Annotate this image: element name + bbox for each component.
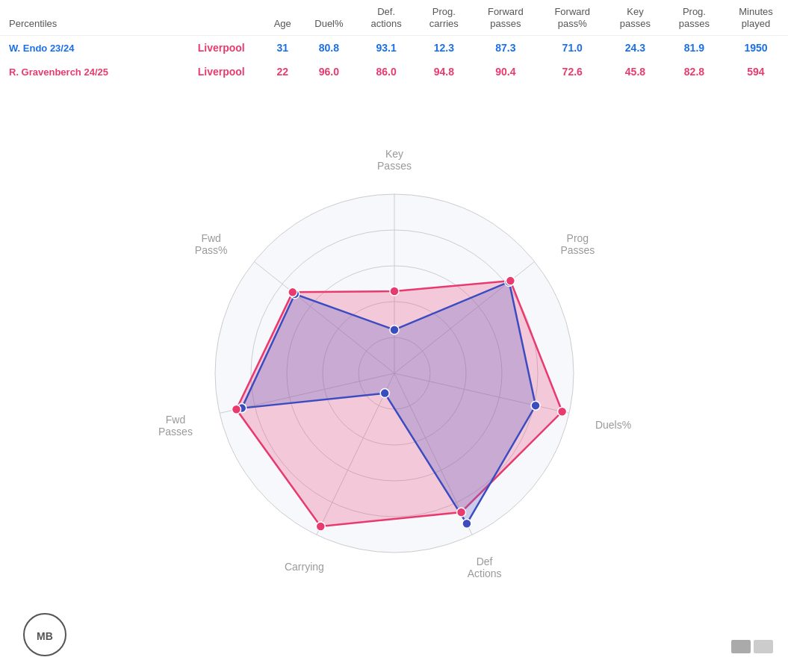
col-header-percentiles: Percentiles	[0, 0, 179, 36]
col-header-minutes: Minutesplayed	[724, 0, 788, 36]
prog-carries: 94.8	[416, 60, 473, 84]
svg-text:DefActions: DefActions	[467, 556, 501, 579]
col-header-age	[179, 0, 264, 36]
col-header-prog-passes: Prog.passes	[665, 0, 724, 36]
svg-text:MB: MB	[37, 630, 53, 642]
svg-text:Carrying: Carrying	[284, 561, 323, 573]
svg-point-31	[456, 508, 465, 517]
minutes-played: 1950	[724, 36, 788, 60]
table-row: W. Endo 23/24 Liverpool 31 80.8 93.1 12.…	[0, 36, 788, 60]
scroll-box-2	[754, 640, 773, 653]
player-name: R. Gravenberch 24/25	[0, 60, 179, 84]
age: 31	[264, 36, 301, 60]
col-header-duel: Duel%	[301, 0, 356, 36]
svg-text:FwdPass%: FwdPass%	[194, 231, 227, 255]
table-row: R. Gravenberch 24/25 Liverpool 22 96.0 8…	[0, 60, 788, 84]
stats-table: Percentiles Age Duel% Def.actions Prog.c…	[0, 0, 788, 84]
prog-passes: 81.9	[665, 36, 724, 60]
scroll-box-1	[731, 640, 751, 653]
svg-point-25	[380, 389, 389, 398]
svg-text:FwdPasses: FwdPasses	[158, 414, 193, 438]
col-header-fwd-passes: Forwardpasses	[472, 0, 539, 36]
svg-text:KeyPasses: KeyPasses	[377, 148, 412, 172]
svg-point-32	[316, 522, 325, 531]
mb-logo: MB	[22, 612, 67, 657]
minutes-played: 594	[724, 60, 788, 84]
col-header-fwd-pct: Forwardpass%	[539, 0, 606, 36]
team-name: Liverpool	[179, 60, 264, 84]
radar-chart: KeyPassesProgPassesDuels%DefActionsCarry…	[133, 127, 656, 635]
svg-point-29	[506, 276, 515, 285]
svg-text:ProgPasses: ProgPasses	[560, 231, 595, 255]
svg-point-23	[531, 401, 540, 410]
duel-pct: 80.8	[301, 36, 356, 60]
svg-point-21	[390, 326, 399, 335]
prog-passes: 82.8	[665, 60, 724, 84]
fwd-pass-pct: 71.0	[539, 36, 606, 60]
svg-point-34	[288, 287, 297, 296]
svg-point-28	[390, 287, 399, 296]
svg-point-24	[462, 519, 471, 528]
fwd-passes: 90.4	[472, 60, 539, 84]
col-header-def: Def.actions	[357, 0, 416, 36]
prog-carries: 12.3	[416, 36, 473, 60]
age: 22	[264, 60, 301, 84]
player-name: W. Endo 23/24	[0, 36, 179, 60]
key-passes: 45.8	[606, 60, 665, 84]
def-actions: 86.0	[357, 60, 416, 84]
def-actions: 93.1	[357, 36, 416, 60]
col-header-key-passes: Keypasses	[606, 0, 665, 36]
scroll-indicator	[731, 640, 773, 653]
fwd-passes: 87.3	[472, 36, 539, 60]
col-header-prog-carries: Prog.carries	[416, 0, 473, 36]
fwd-pass-pct: 72.6	[539, 60, 606, 84]
svg-text:Duels%: Duels%	[595, 419, 630, 431]
svg-point-33	[232, 405, 241, 414]
col-header-age-val: Age	[264, 0, 301, 36]
key-passes: 24.3	[606, 36, 665, 60]
duel-pct: 96.0	[301, 60, 356, 84]
svg-point-30	[557, 407, 566, 416]
team-name: Liverpool	[179, 36, 264, 60]
